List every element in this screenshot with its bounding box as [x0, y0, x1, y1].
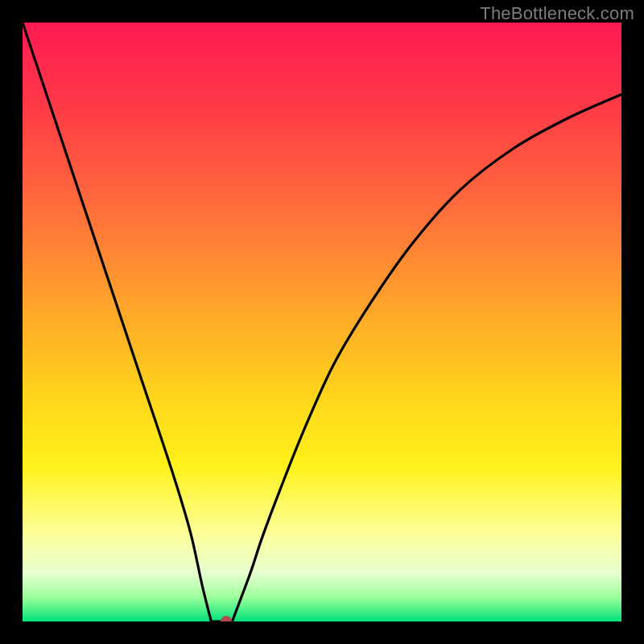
curve-layer	[23, 23, 621, 621]
plot-area	[23, 23, 621, 621]
minimum-marker	[221, 616, 232, 621]
bottleneck-curve	[23, 23, 621, 621]
chart-frame: TheBottleneck.com	[0, 0, 644, 644]
watermark-text: TheBottleneck.com	[480, 3, 634, 24]
